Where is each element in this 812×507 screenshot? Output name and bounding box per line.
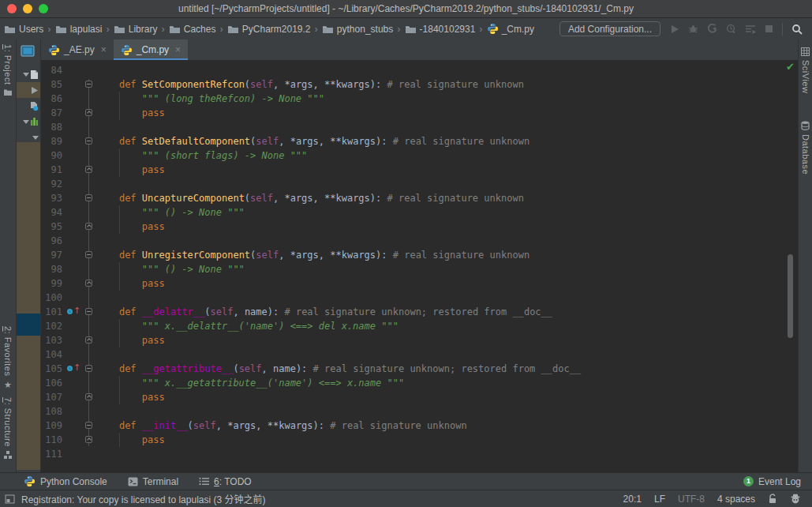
line-number[interactable]: 104 — [41, 347, 62, 362]
breadcrumb-item[interactable]: Caches — [169, 24, 216, 35]
line-number[interactable]: 109 — [41, 419, 62, 433]
project-tree-row[interactable] — [17, 114, 40, 130]
inspections-ok-icon[interactable]: ✔ — [786, 61, 795, 73]
debug-icon[interactable] — [688, 24, 698, 34]
line-number[interactable]: 87 — [41, 106, 62, 120]
line-number[interactable]: 97 — [41, 248, 62, 262]
line-number[interactable]: 91 — [41, 163, 62, 177]
editor-tab-_Cmpy[interactable]: _Cm.py× — [114, 39, 188, 60]
tool-window-button-terminal[interactable]: Terminal — [128, 476, 178, 487]
editor-scrollbar-thumb[interactable] — [788, 254, 793, 338]
line-number[interactable]: 84 — [41, 63, 62, 77]
line-number[interactable]: 103 — [41, 333, 62, 347]
fold-end-icon[interactable] — [85, 393, 92, 400]
event-log-button[interactable]: 1Event Log — [743, 476, 801, 487]
project-tree-selected-row[interactable] — [17, 314, 40, 336]
editor-tab-_AEpy[interactable]: _AE.py× — [41, 39, 114, 60]
line-number[interactable]: 100 — [41, 291, 62, 305]
indent-setting[interactable]: 4 spaces — [717, 494, 755, 505]
fold-start-icon[interactable] — [85, 194, 92, 201]
caret-position[interactable]: 20:1 — [623, 494, 642, 505]
project-tree-row[interactable] — [17, 98, 40, 114]
breadcrumb-item[interactable]: PyCharm2019.2 — [227, 24, 311, 35]
tool-stripe-button-project[interactable]: 1: Project — [0, 44, 16, 96]
tool-window-switcher-icon[interactable] — [5, 494, 15, 504]
tree-expand-icon[interactable] — [32, 136, 39, 140]
coverage-icon[interactable] — [707, 24, 717, 34]
project-panel[interactable] — [17, 39, 41, 472]
line-number[interactable]: 88 — [41, 120, 62, 134]
tab-close-icon[interactable]: × — [175, 44, 181, 55]
tool-stripe-label: 1: Project — [3, 44, 13, 84]
file-encoding[interactable]: UTF-8 — [678, 494, 705, 505]
breadcrumb-item[interactable]: Users — [4, 24, 43, 35]
code-editor[interactable]: 8485 def SetComponentRefcon(self, *args,… — [41, 60, 798, 472]
tree-expand-icon[interactable] — [23, 120, 29, 124]
override-marker-icon[interactable]: ↑ — [67, 307, 80, 317]
fold-start-icon[interactable] — [85, 422, 92, 429]
line-number[interactable]: 98 — [41, 262, 62, 276]
tool-stripe-button-structure[interactable]: 7: Structure — [0, 397, 16, 459]
zoom-window-button[interactable] — [39, 4, 48, 13]
project-tree-row[interactable] — [17, 66, 40, 82]
project-tree-row[interactable] — [17, 82, 40, 98]
hector-inspector-icon[interactable] — [790, 494, 801, 504]
fold-start-icon[interactable] — [85, 81, 92, 88]
line-separator[interactable]: LF — [654, 494, 665, 505]
minimize-window-button[interactable] — [23, 4, 32, 13]
fold-end-icon[interactable] — [85, 223, 92, 230]
tool-stripe-button-database[interactable]: Database — [799, 121, 812, 175]
tab-close-icon[interactable]: × — [101, 44, 107, 55]
breadcrumb-label: Caches — [184, 24, 216, 35]
breadcrumb-item[interactable]: _Cm.py — [487, 23, 534, 35]
line-number[interactable]: 102 — [41, 319, 62, 333]
tool-stripe-label: SciView — [801, 60, 810, 93]
search-icon[interactable] — [791, 24, 803, 35]
run-list-icon[interactable] — [745, 24, 756, 34]
line-number[interactable]: 94 — [41, 205, 62, 220]
fold-start-icon[interactable] — [85, 365, 92, 372]
profiler-icon[interactable] — [726, 24, 736, 34]
line-number[interactable]: 111 — [41, 447, 62, 461]
fold-start-icon[interactable] — [85, 251, 92, 258]
line-number[interactable]: 105 — [41, 362, 62, 376]
line-number[interactable]: 95 — [41, 220, 62, 234]
line-number[interactable]: 107 — [41, 390, 62, 404]
line-number[interactable]: 92 — [41, 177, 62, 191]
line-number[interactable]: 108 — [41, 404, 62, 419]
add-configuration-button[interactable]: Add Configuration... — [559, 21, 660, 36]
fold-start-icon[interactable] — [85, 137, 92, 145]
tool-stripe-button-sciview[interactable]: SciView — [799, 47, 812, 93]
fold-end-icon[interactable] — [85, 109, 92, 116]
line-number[interactable]: 90 — [41, 148, 62, 163]
line-number[interactable]: 106 — [41, 376, 62, 390]
stop-icon[interactable] — [765, 24, 773, 33]
breadcrumb-item[interactable]: Library — [114, 24, 158, 35]
breadcrumb-item[interactable]: lapulasi — [55, 24, 103, 35]
tree-expand-icon[interactable] — [23, 73, 29, 77]
line-number[interactable]: 89 — [41, 134, 62, 148]
tool-stripe-button-favorites[interactable]: 2: Favorites★ — [0, 326, 16, 390]
project-view-icon-row[interactable] — [17, 43, 40, 59]
fold-end-icon[interactable] — [85, 166, 92, 173]
fold-end-icon[interactable] — [85, 436, 92, 443]
line-number[interactable]: 85 — [41, 77, 62, 92]
line-number[interactable]: 93 — [41, 191, 62, 205]
override-marker-icon[interactable]: ↑ — [67, 364, 80, 374]
line-number[interactable]: 99 — [41, 276, 62, 291]
line-number[interactable]: 96 — [41, 234, 62, 248]
fold-end-icon[interactable] — [85, 280, 92, 287]
tool-window-button-pythonconsole[interactable]: Python Console — [24, 475, 107, 487]
unlock-icon[interactable] — [768, 494, 777, 504]
run-icon[interactable] — [670, 24, 679, 34]
close-window-button[interactable] — [7, 4, 17, 13]
breadcrumb-item[interactable]: -1840102931 — [405, 24, 476, 35]
fold-end-icon[interactable] — [85, 336, 92, 344]
chevron-right-icon: › — [47, 23, 51, 35]
breadcrumb-item[interactable]: python_stubs — [322, 24, 393, 35]
tool-window-button-todo[interactable]: 6: TODO — [199, 476, 252, 487]
line-number[interactable]: 86 — [41, 92, 62, 106]
fold-start-icon[interactable] — [85, 308, 92, 315]
line-number[interactable]: 101 — [41, 305, 62, 319]
line-number[interactable]: 110 — [41, 433, 62, 447]
